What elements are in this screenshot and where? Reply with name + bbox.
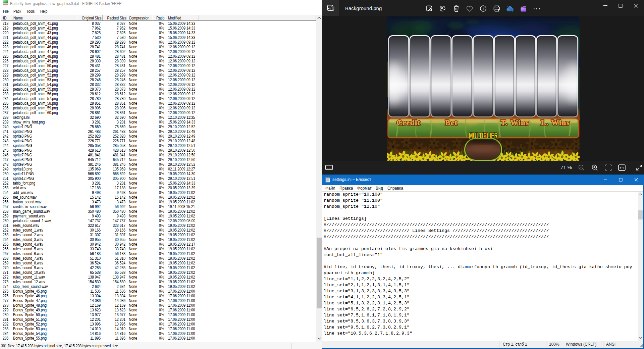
svg-text:T. Wins: T. Wins [500,118,529,127]
svg-text:1:1: 1:1 [620,166,624,170]
svg-text:Bet: Bet [445,118,458,127]
svg-text:Credit: Credit [396,118,421,127]
svg-text:L. Wins: L. Wins [541,118,570,127]
